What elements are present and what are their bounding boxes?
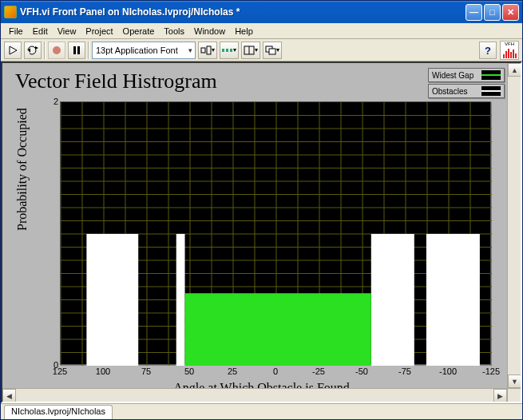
x-tick: -75	[398, 367, 411, 376]
toolbar-divider	[88, 42, 89, 59]
scrollbar-corner	[507, 388, 521, 402]
front-panel: Vector Field Histrogram Widest Gap Obsta…	[1, 61, 522, 403]
project-tab[interactable]: NIcholas.lvproj/NIcholas	[4, 405, 113, 419]
toolbar-divider	[44, 42, 46, 59]
legend-label: Widest Gap	[432, 71, 473, 80]
x-tick: -25	[312, 367, 325, 376]
menu-project[interactable]: Project	[81, 25, 117, 38]
scroll-up-icon[interactable]: ▲	[508, 63, 521, 77]
legend-obstacles[interactable]: Obstacles	[428, 84, 505, 98]
menu-operate[interactable]: Operate	[118, 25, 160, 38]
chart-bar	[426, 234, 480, 366]
svg-rect-6	[201, 48, 205, 53]
legend-swatch	[481, 70, 501, 80]
x-tick: 0	[273, 367, 278, 376]
scrollbar-vertical[interactable]: ▲ ▼	[507, 63, 521, 388]
legend-widest-gap[interactable]: Widest Gap	[428, 68, 505, 82]
pause-button[interactable]	[68, 42, 85, 59]
menu-view[interactable]: View	[53, 25, 81, 38]
x-tick: 125	[53, 367, 67, 376]
chart-bar	[371, 234, 414, 366]
abort-button[interactable]	[48, 42, 65, 59]
close-button[interactable]: ✕	[502, 4, 519, 21]
legend-swatch	[481, 86, 501, 96]
svg-rect-7	[207, 46, 211, 54]
legend-label: Obstacles	[432, 87, 467, 96]
x-tick: -125	[482, 367, 500, 376]
y-tick: 2	[53, 97, 58, 106]
svg-rect-4	[73, 46, 76, 54]
app-window: VFH.vi Front Panel on NIcholas.lvproj/NI…	[0, 0, 523, 420]
menu-tools[interactable]: Tools	[159, 25, 189, 38]
svg-rect-5	[77, 46, 80, 54]
scroll-down-icon[interactable]: ▼	[508, 374, 521, 388]
scroll-left-icon[interactable]: ◀	[2, 389, 16, 402]
svg-rect-9	[226, 49, 228, 52]
help-button[interactable]: ?	[479, 42, 497, 59]
x-tick: -100	[439, 367, 457, 376]
svg-marker-0	[10, 46, 17, 54]
menu-window[interactable]: Window	[189, 25, 230, 38]
font-select-label: 13pt Application Font	[96, 46, 178, 55]
x-tick: -50	[355, 367, 368, 376]
chart-bar	[176, 234, 185, 366]
chart-bar	[185, 293, 371, 366]
menu-file[interactable]: File	[4, 25, 28, 38]
reorder-button[interactable]: ▾	[263, 42, 282, 59]
vi-icon[interactable]: VFH	[500, 41, 519, 60]
chart-bar	[86, 234, 138, 366]
x-tick: 75	[141, 367, 151, 376]
menu-help[interactable]: Help	[230, 25, 258, 38]
x-tick: 50	[184, 367, 194, 376]
chart-title: Vector Field Histrogram	[15, 69, 217, 93]
svg-rect-8	[222, 49, 224, 52]
distribute-button[interactable]: ▾	[220, 42, 239, 59]
titlebar: VFH.vi Front Panel on NIcholas.lvproj/NI…	[1, 1, 522, 23]
scrollbar-horizontal[interactable]: ◀ ▶	[2, 388, 507, 402]
chart-legend: Widest Gap Obstacles	[428, 68, 505, 98]
svg-marker-2	[35, 46, 38, 50]
svg-rect-10	[230, 49, 232, 52]
run-continuous-button[interactable]	[24, 42, 42, 59]
resize-button[interactable]: ▾	[241, 42, 260, 59]
menu-edit[interactable]: Edit	[28, 25, 53, 38]
x-tick: 100	[96, 367, 110, 376]
x-tick: 25	[228, 367, 237, 376]
app-icon	[4, 6, 17, 18]
scroll-right-icon[interactable]: ▶	[493, 389, 507, 402]
minimize-button[interactable]: —	[466, 4, 482, 21]
chart-plot-area[interactable]	[60, 101, 491, 365]
window-title: VFH.vi Front Panel on NIcholas.lvproj/NI…	[20, 6, 466, 18]
run-button[interactable]	[4, 42, 22, 59]
y-axis-label: Probability of Occupied	[15, 108, 30, 231]
align-button[interactable]: ▾	[198, 42, 217, 59]
vi-icon-label: VFH	[505, 42, 514, 46]
menubar: File Edit View Project Operate Tools Win…	[1, 23, 522, 39]
toolbar: 13pt Application Font ▾ ▾ ▾ ▾ ? VFH	[1, 39, 522, 61]
svg-rect-14	[269, 49, 275, 54]
svg-point-3	[53, 46, 61, 54]
font-select[interactable]: 13pt Application Font	[92, 42, 196, 59]
maximize-button[interactable]: □	[484, 4, 501, 21]
statusbar: NIcholas.lvproj/NIcholas	[1, 403, 522, 419]
